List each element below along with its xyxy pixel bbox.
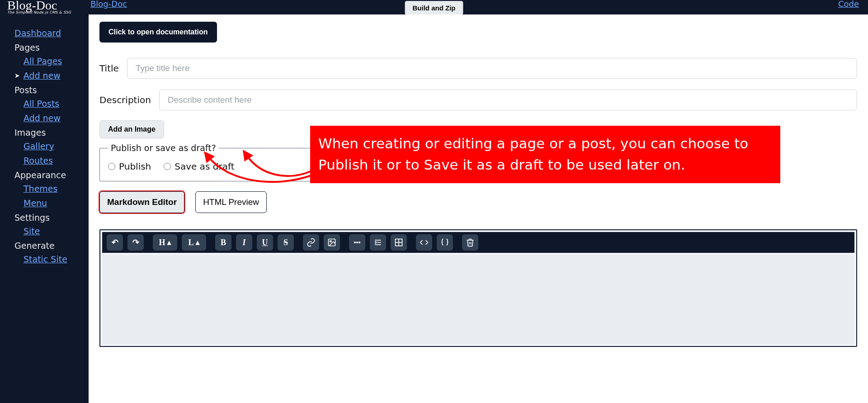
editor-tabs: Markdown Editor HTML Preview xyxy=(99,191,857,213)
editor-toolbar: ↶ ↷ H▲ L▲ B I U S xyxy=(102,232,854,253)
indent-icon[interactable] xyxy=(370,234,386,251)
radio-draft-text: Save as draft xyxy=(175,161,234,172)
sidebar-section-generate: Generate xyxy=(14,241,89,251)
sidebar-item-add-new-post[interactable]: Add new xyxy=(24,113,61,123)
sidebar-item-add-new-page[interactable]: Add new xyxy=(24,71,61,81)
code-link[interactable]: Code xyxy=(838,0,859,9)
svg-point-2 xyxy=(354,242,356,243)
title-row: Title xyxy=(99,58,857,79)
sidebar-section-settings: Settings xyxy=(14,213,89,223)
description-row: Description xyxy=(99,90,857,110)
description-label: Description xyxy=(99,95,151,105)
lineheight-icon[interactable]: L▲ xyxy=(182,234,206,251)
strikethrough-icon[interactable]: S xyxy=(278,234,294,251)
code-icon[interactable] xyxy=(416,234,432,251)
sidebar-item-site[interactable]: Site xyxy=(24,226,40,236)
sidebar-item-routes[interactable]: Routes xyxy=(24,156,53,166)
build-and-zip-button[interactable]: Build and Zip xyxy=(405,1,463,15)
bold-icon[interactable]: B xyxy=(215,234,231,251)
braces-icon[interactable] xyxy=(437,234,453,251)
sidebar: Dashboard Pages All Pages ➤ Add new Post… xyxy=(0,14,89,403)
blogdoc-link[interactable]: Blog-Doc xyxy=(90,0,127,9)
sidebar-item-gallery[interactable]: Gallery xyxy=(24,141,54,151)
topbar-center: Build and Zip xyxy=(405,1,463,15)
underline-icon[interactable]: U xyxy=(257,234,273,251)
sidebar-section-posts: Posts xyxy=(14,85,89,95)
radio-publish[interactable] xyxy=(108,163,115,170)
radio-publish-label[interactable]: Publish xyxy=(108,161,151,172)
tab-markdown-editor[interactable]: Markdown Editor xyxy=(99,191,184,213)
sidebar-section-pages: Pages xyxy=(14,43,89,52)
svg-point-3 xyxy=(357,242,358,243)
sidebar-item-dashboard[interactable]: Dashboard xyxy=(14,28,61,38)
table-icon[interactable] xyxy=(391,234,407,251)
open-documentation-button[interactable]: Click to open documentation xyxy=(99,22,217,43)
svg-point-1 xyxy=(330,241,331,242)
publish-legend: Publish or save as draft? xyxy=(108,143,219,153)
sidebar-item-all-pages[interactable]: All Pages xyxy=(24,56,62,66)
heading-icon[interactable]: H▲ xyxy=(153,234,177,251)
sidebar-item-themes[interactable]: Themes xyxy=(24,184,57,194)
sidebar-item-static-site[interactable]: Static Site xyxy=(24,254,67,264)
tab-html-preview[interactable]: HTML Preview xyxy=(195,191,267,213)
sidebar-section-images: Images xyxy=(14,128,89,137)
radio-draft[interactable] xyxy=(164,163,171,170)
editor: ↶ ↷ H▲ L▲ B I U S xyxy=(99,229,857,347)
pointer-icon: ➤ xyxy=(14,72,20,79)
main-content: Click to open documentation Title Descri… xyxy=(89,14,868,403)
svg-point-4 xyxy=(359,242,360,243)
title-label: Title xyxy=(99,63,119,74)
brand-logo: Blog-Doc The Simplest Node.js CMS & SSG xyxy=(7,0,71,14)
sidebar-item-menu[interactable]: Menu xyxy=(24,198,47,208)
title-input[interactable] xyxy=(127,58,857,79)
annotation-callout: When creating or editing a page or a pos… xyxy=(310,126,780,183)
topbar: Blog-Doc The Simplest Node.js CMS & SSG … xyxy=(0,0,868,14)
description-input[interactable] xyxy=(159,90,857,110)
sidebar-item-all-posts[interactable]: All Posts xyxy=(24,99,59,109)
more-icon[interactable] xyxy=(349,234,365,251)
image-icon[interactable] xyxy=(324,234,340,251)
undo-icon[interactable]: ↶ xyxy=(107,234,123,251)
sidebar-item-add-new-page-row: ➤ Add new xyxy=(14,71,89,81)
brand-tagline: The Simplest Node.js CMS & SSG xyxy=(7,11,71,14)
radio-publish-text: Publish xyxy=(119,161,151,172)
trash-icon[interactable] xyxy=(462,234,478,251)
link-icon[interactable] xyxy=(303,234,319,251)
italic-icon[interactable]: I xyxy=(236,234,252,251)
redo-icon[interactable]: ↷ xyxy=(127,234,144,251)
editor-textarea[interactable] xyxy=(102,255,854,344)
add-image-button[interactable]: Add an Image xyxy=(99,120,164,138)
sidebar-section-appearance: Appearance xyxy=(14,170,89,180)
radio-draft-label[interactable]: Save as draft xyxy=(164,161,234,172)
